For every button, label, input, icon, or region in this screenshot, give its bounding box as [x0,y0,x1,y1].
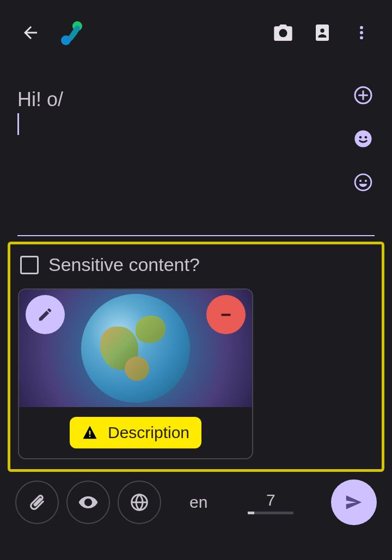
character-count: 7 [248,491,293,514]
compose-side-actions [353,85,373,193]
federation-button[interactable] [118,481,161,524]
arrow-left-icon [21,23,40,42]
svg-rect-14 [89,436,91,438]
sensitive-toggle-row[interactable]: Sensitive content? [20,254,374,275]
warning-triangle-icon [82,424,98,441]
text-cursor [17,113,19,135]
logo-icon [57,17,87,48]
sensitive-label: Sensitive content? [48,254,200,275]
svg-point-15 [86,500,90,504]
svg-point-12 [365,180,367,182]
svg-rect-13 [89,430,91,435]
plus-circle-icon [353,85,373,105]
back-button[interactable] [17,20,44,46]
attachment-description-bar: Description [19,407,252,458]
top-toolbar [0,0,392,61]
attachment-card: Description [18,288,253,459]
attach-button[interactable] [15,481,59,524]
add-button[interactable] [353,85,373,106]
attachments-panel: Sensitive content? [8,242,384,472]
svg-point-3 [360,26,363,29]
camera-icon [272,22,294,44]
eye-icon [78,492,99,513]
svg-point-11 [359,180,362,182]
more-vertical-icon [353,24,370,41]
smile-icon [354,130,372,148]
svg-point-2 [61,35,71,45]
description-button-label: Description [108,423,189,442]
paperclip-icon [27,493,47,512]
minus-icon [217,305,235,324]
svg-point-9 [365,136,367,139]
remove-attachment-button[interactable] [206,295,246,334]
contact-button[interactable] [309,20,335,46]
sensitive-checkbox[interactable] [20,256,39,274]
compose-content: Hi! o/ [17,88,372,135]
svg-point-7 [354,130,371,147]
send-button[interactable] [331,479,377,525]
send-icon [344,492,364,513]
description-button[interactable]: Description [70,417,201,448]
compose-text-area[interactable]: Hi! o/ [9,72,383,235]
bottom-toolbar: en 7 [15,479,377,525]
contact-icon [313,23,332,42]
globe-icon [130,493,149,512]
edit-attachment-button[interactable] [26,295,65,334]
emoji-grin-button[interactable] [353,172,373,193]
character-count-value: 7 [266,491,275,509]
emoji-button[interactable] [353,128,373,149]
compose-divider [17,235,375,236]
visibility-button[interactable] [66,481,110,524]
compose-text-value: Hi! o/ [17,88,63,110]
app-logo [57,17,87,48]
more-menu-button[interactable] [348,20,375,46]
language-indicator[interactable]: en [189,493,207,512]
attachment-thumbnail[interactable] [19,290,252,407]
grin-icon [354,173,372,192]
camera-button[interactable] [270,20,296,46]
svg-point-4 [360,31,363,34]
svg-point-5 [360,36,363,39]
svg-point-8 [359,136,362,139]
svg-point-10 [355,174,371,190]
character-progress-bar [248,512,293,514]
pencil-icon [37,306,53,323]
